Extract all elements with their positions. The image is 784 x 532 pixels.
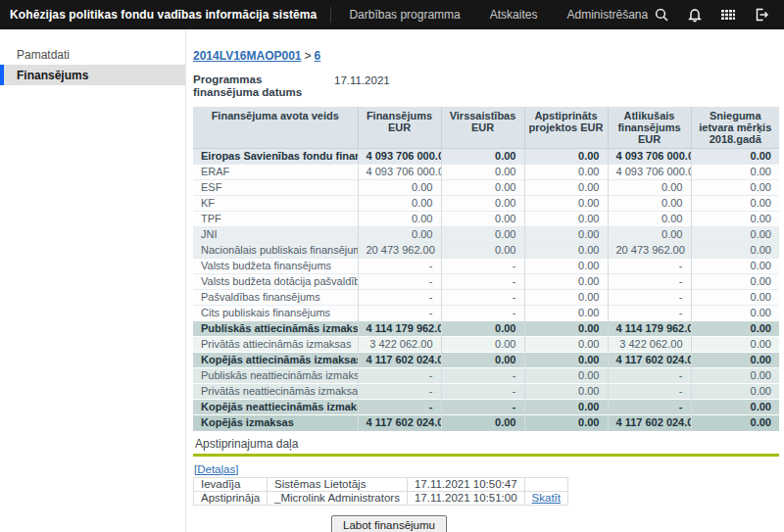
- bell-icon[interactable]: [686, 6, 704, 24]
- cell-value: 0.00: [441, 180, 524, 196]
- row-label: JNI: [193, 227, 358, 243]
- cell-value: -: [608, 306, 691, 321]
- sidebar-item-label: Finansējums: [17, 69, 88, 82]
- sidebar: Pamatdati Finansējums: [0, 29, 186, 532]
- cell-value: 0.00: [441, 353, 524, 368]
- table-row: Privātās attiecināmās izmaksas 3 422 062…: [193, 337, 779, 353]
- cell-value: 0.00: [524, 368, 608, 384]
- edit-financing-button[interactable]: Labot finansējumu: [331, 515, 447, 532]
- table-row: Eiropas Savienības fondu finansējums 4 0…: [193, 149, 779, 165]
- cell-value: 0.00: [691, 243, 779, 259]
- col-header-atlikusais: Atlikušais finansējums EUR: [608, 107, 691, 149]
- approval-row-apstiprinaja: Apstiprināja _Microlink Administrators 1…: [194, 492, 568, 506]
- table-row: KF 0.00 0.00 0.00 0.00 0.00: [193, 196, 779, 212]
- button-row: Labot finansējumu: [193, 515, 779, 532]
- cell-value: 0.00: [441, 227, 524, 243]
- table-row: Nacionālais publiskais finansējums 20 47…: [193, 243, 779, 259]
- cell-value: 0.00: [691, 227, 779, 243]
- col-header-avota-veids: Finansējuma avota veids: [193, 107, 358, 149]
- col-header-finansejums: Finansējums EUR: [358, 107, 441, 149]
- cell-value: -: [358, 306, 441, 321]
- cell-value: 0.00: [524, 196, 608, 212]
- cell-value: 0.00: [524, 321, 608, 337]
- cell-value: 0.00: [524, 400, 608, 415]
- cell-value: 0.00: [691, 196, 779, 212]
- cell-value: 0.00: [691, 353, 779, 368]
- cell-value: 0.00: [524, 353, 608, 368]
- table-row: JNI 0.00 0.00 0.00 0.00 0.00: [193, 227, 779, 243]
- top-navigation: Darbības programma Atskaites Administrēš…: [349, 8, 648, 22]
- col-header-snieguma: Snieguma ietvara mērķis 2018.gadā: [691, 107, 779, 149]
- details-link[interactable]: [Detaļas]: [194, 463, 238, 475]
- cell-value: 0.00: [608, 212, 691, 227]
- cell-value: -: [358, 290, 441, 306]
- app-switcher-icon[interactable]: [719, 6, 737, 24]
- cell-value: 4 117 602 024.00: [608, 415, 691, 431]
- row-label: Nacionālais publiskais finansējums: [193, 243, 358, 259]
- nav-administresana[interactable]: Administrēšana: [566, 8, 648, 22]
- cell-value: 0.00: [691, 306, 779, 321]
- approval-label: Apstiprināja: [194, 492, 268, 506]
- cell-value: -: [608, 290, 691, 306]
- row-label: TPF: [193, 212, 358, 227]
- approval-user: _Microlink Administrators: [268, 492, 408, 506]
- table-row: Kopējās attiecināmās izmaksas 4 117 602 …: [193, 353, 779, 368]
- sidebar-item-finansejums[interactable]: Finansējums: [0, 65, 185, 85]
- cell-value: 0.00: [524, 165, 608, 180]
- breadcrumb-program-link[interactable]: 2014LV16MAOP001: [193, 49, 302, 63]
- approval-info-table: Ievadīja Sistēmas Lietotājs 17.11.2021 1…: [193, 477, 568, 506]
- cell-value: 0.00: [524, 149, 608, 165]
- cell-value: 0.00: [441, 196, 524, 212]
- nav-darbibas-programma[interactable]: Darbības programma: [349, 8, 460, 22]
- row-label: Valsts budžeta dotācija pašvaldībām: [193, 274, 358, 290]
- approval-label: Ievadīja: [194, 478, 268, 492]
- cell-value: 0.00: [441, 149, 524, 165]
- approval-section-title: Apstiprinajuma daļa: [193, 435, 779, 454]
- breadcrumb-version-link[interactable]: 6: [315, 49, 321, 63]
- cell-value: -: [358, 368, 441, 384]
- cell-value: 4 114 179 962.00: [358, 321, 441, 337]
- cell-value: 0.00: [524, 274, 608, 290]
- cell-value: -: [608, 259, 691, 274]
- cell-value: 0.00: [524, 227, 608, 243]
- cell-value: -: [358, 400, 441, 415]
- row-label: Eiropas Savienības fondu finansējums: [193, 149, 358, 165]
- finance-table-body: Eiropas Savienības fondu finansējums 4 0…: [193, 149, 779, 431]
- section-divider: [193, 454, 779, 457]
- cell-value: 0.00: [358, 196, 441, 212]
- program-date-value: 17.11.2021: [322, 73, 390, 99]
- search-icon[interactable]: [653, 6, 670, 24]
- cell-value: 3 422 062.00: [608, 337, 691, 353]
- sidebar-item-label: Pamatdati: [17, 48, 70, 62]
- cell-value: 20 473 962.00: [358, 243, 441, 259]
- cell-value: 0.00: [441, 321, 524, 337]
- cell-value: 0.00: [608, 180, 691, 196]
- cell-value: -: [441, 259, 524, 274]
- cell-value: 4 117 602 024.00: [358, 353, 441, 368]
- cell-value: 0.00: [691, 149, 779, 165]
- sidebar-item-pamatdati[interactable]: Pamatdati: [0, 44, 185, 65]
- cell-value: 0.00: [358, 180, 441, 196]
- cell-value: 0.00: [524, 259, 608, 274]
- table-row: Publiskās attiecināmās izmaksas 4 114 17…: [193, 321, 779, 337]
- cell-value: -: [441, 400, 524, 415]
- logout-icon[interactable]: [753, 6, 770, 24]
- skatit-link[interactable]: Skatīt: [532, 492, 561, 504]
- cell-value: 4 093 706 000.00: [358, 149, 441, 165]
- cell-value: 0.00: [441, 415, 524, 431]
- cell-value: 0.00: [524, 337, 608, 353]
- nav-atskaites[interactable]: Atskaites: [490, 8, 538, 22]
- row-label: Privātās neattiecināmās izmaksas: [193, 384, 358, 400]
- cell-value: -: [608, 400, 691, 415]
- cell-value: 0.00: [691, 337, 779, 353]
- cell-value: 0.00: [691, 400, 779, 415]
- finance-table: Finansējuma avota veids Finansējums EUR …: [193, 107, 779, 431]
- cell-value: 0.00: [691, 384, 779, 400]
- approval-row-ievadija: Ievadīja Sistēmas Lietotājs 17.11.2021 1…: [194, 478, 568, 492]
- cell-value: 0.00: [691, 415, 779, 431]
- topbar-divider: [330, 7, 331, 23]
- cell-value: -: [441, 290, 524, 306]
- cell-value: -: [358, 384, 441, 400]
- cell-value: 0.00: [691, 165, 779, 180]
- cell-value: 0.00: [691, 180, 779, 196]
